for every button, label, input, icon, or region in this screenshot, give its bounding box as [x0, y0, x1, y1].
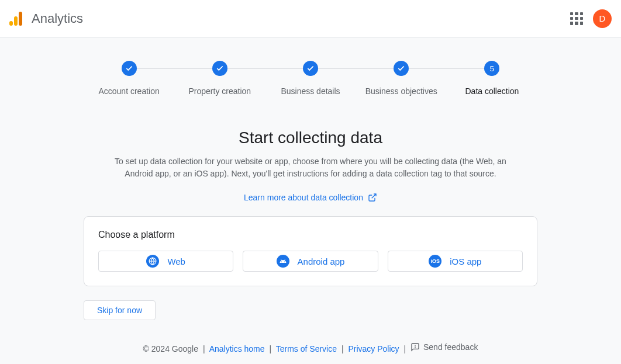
terms-link[interactable]: Terms of Service: [276, 344, 337, 353]
platform-ios-label: iOS app: [450, 256, 481, 266]
learn-more-label: Learn more about data collection: [244, 193, 363, 202]
privacy-link[interactable]: Privacy Policy: [348, 344, 399, 353]
check-icon: [122, 61, 137, 76]
svg-point-4: [415, 348, 416, 348]
check-icon: [212, 61, 227, 76]
step-number: 5: [484, 61, 499, 76]
step-label: Account creation: [98, 86, 159, 96]
user-avatar[interactable]: D: [593, 9, 612, 28]
globe-icon: [146, 255, 159, 268]
platform-title: Choose a platform: [98, 230, 523, 240]
platform-android-label: Android app: [298, 256, 345, 266]
platform-android-button[interactable]: Android app: [243, 251, 378, 272]
step-label: Business details: [281, 86, 340, 96]
skip-button[interactable]: Skip for now: [84, 300, 156, 320]
check-icon: [303, 61, 318, 76]
feedback-icon: [410, 342, 420, 352]
feedback-label: Send feedback: [423, 342, 478, 352]
ios-icon: iOS: [429, 255, 441, 268]
setup-stepper: Account creation Property creation Busin…: [84, 61, 537, 96]
header-left: Analytics: [9, 11, 83, 26]
platform-ios-button[interactable]: iOS iOS app: [388, 251, 523, 272]
analytics-logo-icon: [9, 12, 23, 26]
platform-web-button[interactable]: Web: [98, 251, 233, 272]
step-account-creation: Account creation: [84, 61, 174, 96]
step-business-details: Business details: [265, 61, 356, 96]
platform-web-label: Web: [167, 256, 185, 266]
copyright-text: © 2024 Google: [143, 344, 198, 353]
step-label: Business objectives: [365, 86, 437, 96]
header-right: D: [570, 9, 612, 28]
platform-card: Choose a platform Web Android app iOS iO…: [84, 216, 537, 286]
step-property-creation: Property creation: [174, 61, 265, 96]
platform-options: Web Android app iOS iOS app: [98, 251, 523, 272]
main-content: Account creation Property creation Busin…: [0, 37, 621, 364]
check-icon: [394, 61, 409, 76]
apps-grid-icon[interactable]: [570, 12, 584, 26]
learn-more-link[interactable]: Learn more about data collection: [0, 193, 621, 202]
analytics-home-link[interactable]: Analytics home: [209, 344, 265, 353]
send-feedback-button[interactable]: Send feedback: [410, 342, 478, 352]
step-label: Property creation: [189, 86, 251, 96]
external-link-icon: [368, 193, 377, 202]
android-icon: [277, 255, 289, 268]
footer: © 2024 Google | Analytics home | Terms o…: [0, 342, 621, 353]
app-header: Analytics D: [0, 0, 621, 37]
step-label: Data collection: [465, 86, 519, 96]
svg-line-0: [372, 194, 376, 198]
step-data-collection: 5 Data collection: [447, 61, 537, 96]
page-description: To set up data collection for your websi…: [112, 155, 509, 180]
app-title: Analytics: [32, 11, 83, 26]
step-business-objectives: Business objectives: [356, 61, 447, 96]
page-title: Start collecting data: [0, 129, 621, 147]
